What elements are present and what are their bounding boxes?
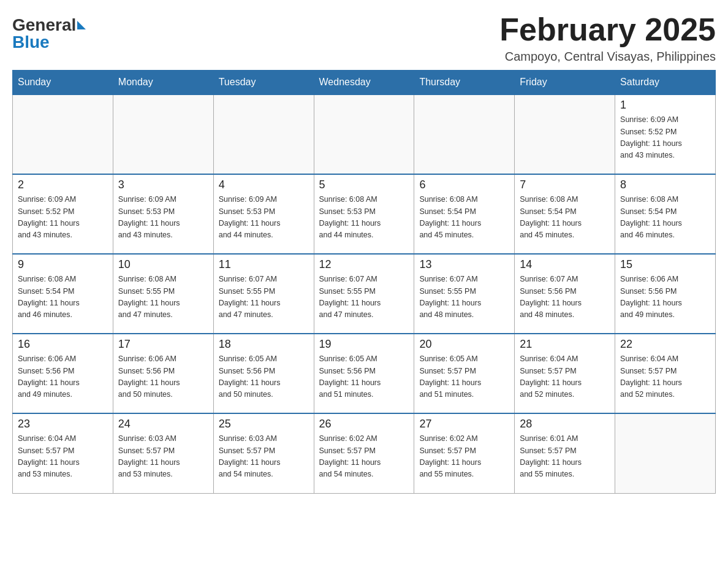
day-number: 23	[18, 418, 108, 431]
day-number: 21	[520, 338, 610, 351]
week-row-5: 23Sunrise: 6:04 AM Sunset: 5:57 PM Dayli…	[13, 413, 716, 493]
weekday-header-saturday: Saturday	[615, 71, 716, 95]
page-header: General Blue February 2025 Campoyo, Cent…	[12, 12, 716, 64]
day-info: Sunrise: 6:06 AM Sunset: 5:56 PM Dayligh…	[620, 274, 710, 321]
title-section: February 2025 Campoyo, Central Visayas, …	[499, 12, 716, 64]
day-info: Sunrise: 6:06 AM Sunset: 5:56 PM Dayligh…	[18, 353, 108, 401]
calendar-cell: 22Sunrise: 6:04 AM Sunset: 5:57 PM Dayli…	[615, 334, 716, 413]
calendar-cell	[615, 413, 716, 493]
day-info: Sunrise: 6:04 AM Sunset: 5:57 PM Dayligh…	[620, 353, 710, 401]
day-info: Sunrise: 6:09 AM Sunset: 5:52 PM Dayligh…	[18, 194, 108, 242]
weekday-header-row: SundayMondayTuesdayWednesdayThursdayFrid…	[13, 71, 716, 95]
logo-blue-text: Blue	[12, 33, 50, 52]
day-number: 4	[219, 178, 309, 191]
day-number: 13	[419, 258, 509, 271]
day-info: Sunrise: 6:03 AM Sunset: 5:57 PM Dayligh…	[219, 433, 309, 481]
calendar-cell: 7Sunrise: 6:08 AM Sunset: 5:54 PM Daylig…	[515, 174, 615, 254]
day-number: 6	[419, 178, 509, 191]
calendar-cell	[515, 94, 615, 174]
calendar-cell: 25Sunrise: 6:03 AM Sunset: 5:57 PM Dayli…	[213, 413, 314, 493]
day-info: Sunrise: 6:09 AM Sunset: 5:53 PM Dayligh…	[219, 194, 309, 242]
day-number: 16	[18, 338, 108, 351]
day-info: Sunrise: 6:05 AM Sunset: 5:56 PM Dayligh…	[319, 353, 409, 401]
day-info: Sunrise: 6:08 AM Sunset: 5:54 PM Dayligh…	[520, 194, 610, 242]
calendar-cell: 26Sunrise: 6:02 AM Sunset: 5:57 PM Dayli…	[314, 413, 414, 493]
day-info: Sunrise: 6:06 AM Sunset: 5:56 PM Dayligh…	[118, 353, 208, 401]
day-number: 26	[319, 418, 409, 431]
day-number: 1	[620, 99, 710, 112]
day-number: 17	[118, 338, 208, 351]
calendar-cell: 21Sunrise: 6:04 AM Sunset: 5:57 PM Dayli…	[515, 334, 615, 413]
calendar-cell: 3Sunrise: 6:09 AM Sunset: 5:53 PM Daylig…	[113, 174, 213, 254]
calendar-cell: 5Sunrise: 6:08 AM Sunset: 5:53 PM Daylig…	[314, 174, 414, 254]
day-info: Sunrise: 6:08 AM Sunset: 5:55 PM Dayligh…	[118, 274, 208, 321]
calendar-cell: 14Sunrise: 6:07 AM Sunset: 5:56 PM Dayli…	[515, 254, 615, 334]
day-info: Sunrise: 6:05 AM Sunset: 5:56 PM Dayligh…	[219, 353, 309, 401]
day-info: Sunrise: 6:08 AM Sunset: 5:53 PM Dayligh…	[319, 194, 409, 242]
calendar-cell: 23Sunrise: 6:04 AM Sunset: 5:57 PM Dayli…	[13, 413, 113, 493]
day-info: Sunrise: 6:07 AM Sunset: 5:56 PM Dayligh…	[520, 274, 610, 321]
weekday-header-wednesday: Wednesday	[314, 71, 414, 95]
calendar-cell	[414, 94, 515, 174]
calendar-cell: 9Sunrise: 6:08 AM Sunset: 5:54 PM Daylig…	[13, 254, 113, 334]
calendar-cell	[113, 94, 213, 174]
day-info: Sunrise: 6:04 AM Sunset: 5:57 PM Dayligh…	[18, 433, 108, 481]
weekday-header-monday: Monday	[113, 71, 213, 95]
day-info: Sunrise: 6:07 AM Sunset: 5:55 PM Dayligh…	[319, 274, 409, 321]
calendar-cell: 13Sunrise: 6:07 AM Sunset: 5:55 PM Dayli…	[414, 254, 515, 334]
day-info: Sunrise: 6:08 AM Sunset: 5:54 PM Dayligh…	[18, 274, 108, 321]
logo: General Blue	[12, 12, 86, 52]
calendar-cell: 18Sunrise: 6:05 AM Sunset: 5:56 PM Dayli…	[213, 334, 314, 413]
month-title: February 2025	[499, 12, 716, 47]
week-row-4: 16Sunrise: 6:06 AM Sunset: 5:56 PM Dayli…	[13, 334, 716, 413]
day-number: 22	[620, 338, 710, 351]
calendar-cell: 28Sunrise: 6:01 AM Sunset: 5:57 PM Dayli…	[515, 413, 615, 493]
day-number: 2	[18, 178, 108, 191]
calendar-cell: 6Sunrise: 6:08 AM Sunset: 5:54 PM Daylig…	[414, 174, 515, 254]
calendar-cell: 17Sunrise: 6:06 AM Sunset: 5:56 PM Dayli…	[113, 334, 213, 413]
calendar-cell: 11Sunrise: 6:07 AM Sunset: 5:55 PM Dayli…	[213, 254, 314, 334]
calendar-table: SundayMondayTuesdayWednesdayThursdayFrid…	[12, 70, 716, 494]
day-number: 9	[18, 258, 108, 271]
day-number: 18	[219, 338, 309, 351]
calendar-cell	[213, 94, 314, 174]
day-number: 25	[219, 418, 309, 431]
day-info: Sunrise: 6:04 AM Sunset: 5:57 PM Dayligh…	[520, 353, 610, 401]
logo-arrow-icon	[77, 21, 86, 29]
day-info: Sunrise: 6:01 AM Sunset: 5:57 PM Dayligh…	[520, 433, 610, 481]
calendar-cell: 10Sunrise: 6:08 AM Sunset: 5:55 PM Dayli…	[113, 254, 213, 334]
calendar-cell: 8Sunrise: 6:08 AM Sunset: 5:54 PM Daylig…	[615, 174, 716, 254]
location-title: Campoyo, Central Visayas, Philippines	[499, 50, 716, 64]
day-number: 14	[520, 258, 610, 271]
calendar-cell: 15Sunrise: 6:06 AM Sunset: 5:56 PM Dayli…	[615, 254, 716, 334]
weekday-header-thursday: Thursday	[414, 71, 515, 95]
calendar-cell: 4Sunrise: 6:09 AM Sunset: 5:53 PM Daylig…	[213, 174, 314, 254]
day-number: 24	[118, 418, 208, 431]
day-info: Sunrise: 6:02 AM Sunset: 5:57 PM Dayligh…	[419, 433, 509, 481]
weekday-header-sunday: Sunday	[13, 71, 113, 95]
day-number: 19	[319, 338, 409, 351]
day-number: 27	[419, 418, 509, 431]
day-number: 8	[620, 178, 710, 191]
calendar-cell: 19Sunrise: 6:05 AM Sunset: 5:56 PM Dayli…	[314, 334, 414, 413]
week-row-3: 9Sunrise: 6:08 AM Sunset: 5:54 PM Daylig…	[13, 254, 716, 334]
calendar-cell: 27Sunrise: 6:02 AM Sunset: 5:57 PM Dayli…	[414, 413, 515, 493]
calendar-cell	[13, 94, 113, 174]
day-number: 7	[520, 178, 610, 191]
weekday-header-tuesday: Tuesday	[213, 71, 314, 95]
day-number: 10	[118, 258, 208, 271]
calendar-cell: 1Sunrise: 6:09 AM Sunset: 5:52 PM Daylig…	[615, 94, 716, 174]
day-number: 20	[419, 338, 509, 351]
day-info: Sunrise: 6:07 AM Sunset: 5:55 PM Dayligh…	[219, 274, 309, 321]
week-row-1: 1Sunrise: 6:09 AM Sunset: 5:52 PM Daylig…	[13, 94, 716, 174]
day-info: Sunrise: 6:09 AM Sunset: 5:53 PM Dayligh…	[118, 194, 208, 242]
day-number: 15	[620, 258, 710, 271]
week-row-2: 2Sunrise: 6:09 AM Sunset: 5:52 PM Daylig…	[13, 174, 716, 254]
weekday-header-friday: Friday	[515, 71, 615, 95]
day-info: Sunrise: 6:03 AM Sunset: 5:57 PM Dayligh…	[118, 433, 208, 481]
day-info: Sunrise: 6:02 AM Sunset: 5:57 PM Dayligh…	[319, 433, 409, 481]
calendar-cell: 2Sunrise: 6:09 AM Sunset: 5:52 PM Daylig…	[13, 174, 113, 254]
day-info: Sunrise: 6:07 AM Sunset: 5:55 PM Dayligh…	[419, 274, 509, 321]
calendar-cell: 24Sunrise: 6:03 AM Sunset: 5:57 PM Dayli…	[113, 413, 213, 493]
calendar-cell	[314, 94, 414, 174]
